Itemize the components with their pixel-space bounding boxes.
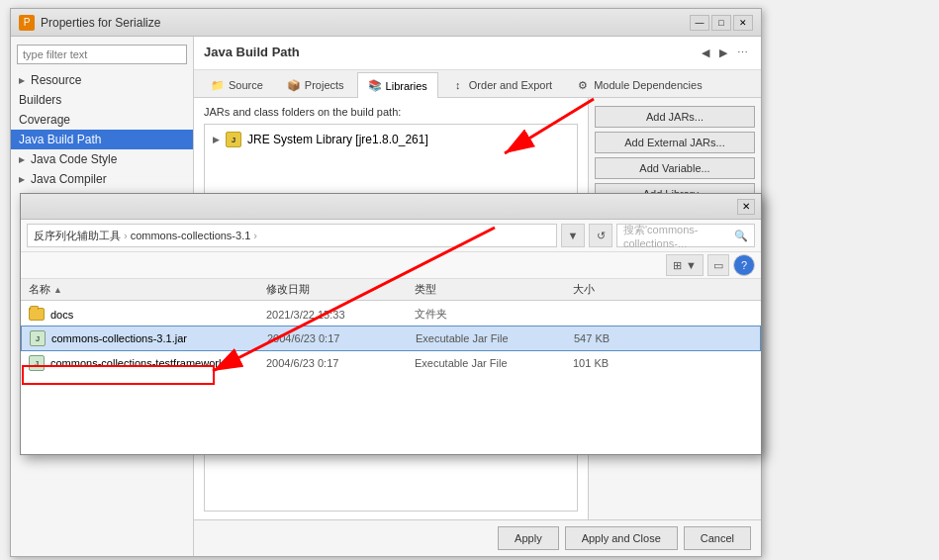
tab-projects[interactable]: 📦 Projects	[276, 72, 355, 97]
file-item-docs-type: 文件夹	[415, 307, 573, 322]
panel-icon-button[interactable]: ▭	[707, 254, 729, 276]
sort-arrow-icon: ▲	[53, 285, 62, 295]
folder-icon	[29, 308, 45, 321]
tab-order-export[interactable]: ↕ Order and Export	[440, 72, 563, 97]
add-external-jars-button[interactable]: Add External JARs...	[595, 132, 755, 153]
tab-order-export-label: Order and Export	[469, 79, 552, 91]
file-item-commons-jar-date: 2004/6/23 0:17	[267, 332, 416, 344]
minimize-button[interactable]: —	[690, 15, 709, 31]
file-item-testframework-type: Executable Jar File	[415, 357, 573, 369]
sidebar-item-builders[interactable]: Builders	[11, 90, 193, 110]
tab-libraries[interactable]: 📚 Libraries	[357, 72, 438, 98]
add-jars-button[interactable]: Add JARs...	[595, 106, 755, 128]
apply-and-close-button[interactable]: Apply and Close	[565, 526, 678, 550]
tab-module-dependencies-label: Module Dependencies	[594, 79, 702, 91]
sidebar-item-java-compiler[interactable]: Java Compiler	[11, 169, 193, 189]
jre-item[interactable]: ▶ J JRE System Library [jre1.8.0_261]	[209, 129, 573, 150]
column-date-header: 修改日期	[266, 282, 415, 297]
file-item-docs-date: 2021/3/22 15:33	[266, 309, 415, 321]
view-grid-icon: ⊞	[673, 259, 682, 272]
title-bar-controls: — □ ✕	[690, 15, 753, 31]
column-size-header: 大小	[573, 282, 652, 297]
view-dropdown-arrow: ▼	[686, 259, 697, 271]
filter-input[interactable]	[17, 45, 187, 64]
file-item-docs-name: docs	[29, 308, 266, 321]
bottom-bar: Apply Apply and Close Cancel	[194, 519, 761, 556]
column-name-header: 名称 ▲	[29, 282, 266, 297]
file-dialog-nav: 反序列化辅助工具 › commons-collections-3.1 › ▼ ↺…	[21, 220, 761, 252]
file-item-testframework-date: 2004/6/23 0:17	[266, 357, 415, 369]
app-icon: P	[19, 15, 35, 31]
help-icon-button[interactable]: ?	[733, 254, 755, 276]
nav-buttons: ◀ ▶ ⋯	[699, 46, 751, 60]
breadcrumb-area: 反序列化辅助工具 › commons-collections-3.1 ›	[27, 224, 557, 247]
breadcrumb-part2: commons-collections-3.1	[131, 230, 251, 241]
tab-projects-label: Projects	[305, 79, 344, 91]
tab-source-label: Source	[229, 79, 263, 91]
view-options-button[interactable]: ⊞ ▼	[666, 254, 704, 276]
sidebar-item-coverage-label: Coverage	[19, 113, 70, 127]
add-variable-button[interactable]: Add Variable...	[595, 157, 755, 179]
forward-button[interactable]: ▶	[716, 46, 730, 60]
order-export-tab-icon: ↕	[451, 78, 465, 92]
search-area: 搜索'commons-collections-... 🔍	[616, 224, 755, 247]
more-button[interactable]: ⋯	[734, 46, 751, 60]
breadcrumb-part1: 反序列化辅助工具	[34, 229, 121, 243]
file-list-header: 名称 ▲ 修改日期 类型 大小	[21, 279, 761, 301]
file-item-testframework-name: J commons-collections-testframework-...	[29, 355, 266, 371]
breadcrumb-sep2: ›	[253, 230, 257, 241]
content-header: Java Build Path ◀ ▶ ⋯	[194, 37, 761, 70]
jar-icon: J	[30, 330, 46, 346]
file-list: docs 2021/3/22 15:33 文件夹 J commons-colle…	[21, 301, 761, 377]
tab-module-dependencies[interactable]: ⚙ Module Dependencies	[565, 72, 712, 97]
title-bar: P Properties for Serialize — □ ✕	[11, 9, 761, 37]
sidebar-item-java-code-style[interactable]: Java Code Style	[11, 149, 193, 169]
file-dialog-toolbar: ⊞ ▼ ▭ ?	[21, 252, 761, 279]
cancel-button[interactable]: Cancel	[684, 526, 751, 550]
column-type-header: 类型	[415, 282, 573, 297]
section-label: JARs and class folders on the build path…	[204, 106, 578, 118]
back-button[interactable]: ◀	[699, 46, 712, 60]
sidebar-item-coverage[interactable]: Coverage	[11, 110, 193, 130]
sidebar-item-builders-label: Builders	[19, 93, 61, 107]
file-dialog: ✕ 反序列化辅助工具 › commons-collections-3.1 › ▼…	[20, 193, 762, 455]
search-placeholder-text: 搜索'commons-collections-...	[623, 223, 730, 249]
content-title: Java Build Path	[204, 45, 300, 59]
window-title: Properties for Serialize	[41, 16, 160, 30]
file-dialog-close-button[interactable]: ✕	[737, 199, 755, 215]
refresh-button[interactable]: ↺	[589, 224, 612, 247]
search-icon[interactable]: 🔍	[734, 230, 748, 242]
title-bar-left: P Properties for Serialize	[19, 15, 160, 31]
sidebar-item-java-build-path[interactable]: Java Build Path	[11, 130, 193, 149]
sidebar-item-java-build-path-label: Java Build Path	[19, 133, 101, 146]
sidebar-item-java-compiler-label: Java Compiler	[31, 172, 107, 186]
file-item-testframework-size: 101 KB	[573, 357, 652, 369]
jre-item-label: JRE System Library [jre1.8.0_261]	[247, 133, 428, 146]
module-dep-tab-icon: ⚙	[576, 78, 590, 92]
expand-arrow-icon: ▶	[213, 135, 220, 144]
dropdown-arrow-button[interactable]: ▼	[561, 224, 585, 247]
sidebar-item-java-code-style-label: Java Code Style	[31, 152, 117, 166]
breadcrumb-sep1: ›	[124, 230, 128, 241]
close-button[interactable]: ✕	[733, 15, 753, 31]
file-item-docs[interactable]: docs 2021/3/22 15:33 文件夹	[21, 303, 761, 326]
jar-icon-2: J	[29, 355, 45, 371]
tabs: 📁 Source 📦 Projects 📚 Libraries ↕ Order …	[194, 70, 761, 98]
file-item-commons-jar[interactable]: J commons-collections-3.1.jar 2004/6/23 …	[21, 326, 761, 351]
file-item-testframework-jar[interactable]: J commons-collections-testframework-... …	[21, 351, 761, 375]
file-item-commons-jar-name: J commons-collections-3.1.jar	[30, 330, 267, 346]
sidebar-item-resource[interactable]: Resource	[11, 70, 193, 90]
jre-icon: J	[226, 132, 241, 147]
libraries-tab-icon: 📚	[368, 79, 382, 93]
file-item-commons-jar-size: 547 KB	[574, 332, 653, 344]
file-item-commons-jar-type: Executable Jar File	[416, 332, 574, 344]
tab-libraries-label: Libraries	[386, 80, 427, 92]
apply-button[interactable]: Apply	[498, 526, 559, 550]
file-dialog-title: ✕	[21, 194, 761, 220]
source-tab-icon: 📁	[211, 78, 225, 92]
maximize-button[interactable]: □	[711, 15, 731, 31]
sidebar-item-resource-label: Resource	[31, 73, 81, 87]
projects-tab-icon: 📦	[287, 78, 301, 92]
tab-source[interactable]: 📁 Source	[200, 72, 274, 97]
